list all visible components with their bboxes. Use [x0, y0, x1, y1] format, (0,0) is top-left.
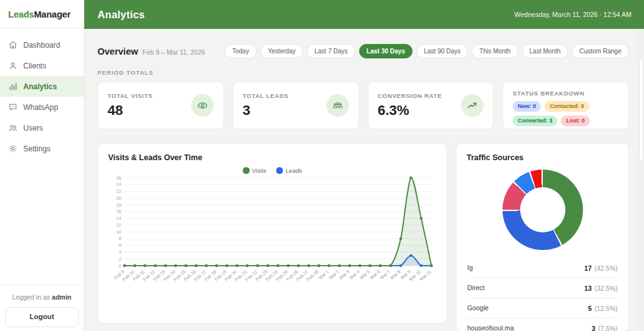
svg-text:Feb 28: Feb 28	[306, 269, 320, 283]
traffic-source-row-google: Google 5 (12.5%)	[467, 298, 618, 318]
filter-last-90-days[interactable]: Last 90 Days	[416, 44, 468, 58]
status-breakdown-card: STATUS BREAKDOWN New: 0 Contacted: 0 Con…	[502, 82, 629, 129]
status-badges: New: 0 Contacted: 0 Converted: 3 Lost: 0	[513, 101, 619, 126]
app-logo: LeadsManager	[0, 0, 84, 28]
svg-text:10: 10	[116, 229, 121, 235]
sidebar-item-label: Dashboard	[23, 41, 60, 50]
source-name: houseofsoul.ma	[467, 324, 514, 331]
legend-item-leads: Leads	[276, 167, 302, 174]
logout-button[interactable]: Logout	[5, 307, 79, 327]
svg-text:Mar 6: Mar 6	[369, 269, 381, 281]
svg-text:18: 18	[116, 202, 121, 208]
logo-text-secondary: Manager	[34, 9, 70, 19]
svg-text:26: 26	[116, 175, 121, 181]
chart-legend: Visits Leads	[108, 167, 436, 174]
svg-text:Mar 2: Mar 2	[328, 269, 340, 281]
svg-text:12: 12	[116, 222, 121, 228]
traffic-sources-card: Traffic Sources Ig 17 (42.5%) Direct 13 …	[456, 143, 629, 331]
sidebar-item-users[interactable]: Users	[0, 117, 84, 138]
legend-label-leads: Leads	[286, 167, 302, 174]
scrollbar-track[interactable]	[638, 29, 644, 331]
period-totals-label: PERIOD TOTALS	[97, 69, 629, 76]
filter-last-7-days[interactable]: Last 7 Days	[307, 44, 355, 58]
page-title: Analytics	[97, 9, 145, 21]
svg-text:8: 8	[119, 236, 121, 241]
chat-icon	[8, 102, 18, 112]
app-window: LeadsManager Dashboard Clients Analytics…	[0, 0, 644, 331]
donut-chart-title: Traffic Sources	[467, 153, 618, 162]
svg-text:22: 22	[116, 188, 121, 194]
main-area: Analytics Wednesday, March 11, 2026 · 12…	[84, 0, 644, 331]
total-visits-card: TOTAL VISITS 48	[97, 82, 224, 129]
gear-icon	[8, 144, 18, 153]
filter-yesterday[interactable]: Yesterday	[260, 44, 303, 58]
filter-last-30-days[interactable]: Last 30 Days	[359, 44, 413, 58]
svg-text:Mar 8: Mar 8	[389, 269, 402, 281]
source-value: 17	[584, 264, 592, 272]
sidebar-item-clients[interactable]: Clients	[0, 55, 84, 76]
sidebar-footer: Logged in as admin Logout	[0, 285, 84, 331]
svg-text:6: 6	[119, 242, 121, 248]
svg-text:Mar 7: Mar 7	[379, 269, 392, 281]
source-pct: (32.5%)	[594, 285, 618, 292]
sidebar-item-label: Users	[23, 124, 43, 133]
total-visits-label: TOTAL VISITS	[108, 92, 153, 99]
traffic-sources-list: Ig 17 (42.5%) Direct 13 (32.5%) Google 5…	[467, 258, 618, 331]
filter-last-month[interactable]: Last Month	[522, 44, 568, 58]
users-icon	[8, 123, 18, 133]
sidebar-item-analytics[interactable]: Analytics	[0, 76, 84, 97]
logo-text-primary: Leads	[8, 9, 34, 19]
source-value: 13	[584, 285, 592, 292]
scrollbar-thumb[interactable]	[639, 59, 643, 161]
svg-text:0: 0	[119, 263, 121, 269]
status-breakdown-label: STATUS BREAKDOWN	[513, 90, 619, 97]
svg-text:Mar 5: Mar 5	[358, 269, 371, 281]
logged-in-text: Logged in as admin	[5, 293, 79, 301]
source-name: Ig	[467, 264, 473, 271]
sidebar-item-whatsapp[interactable]: WhatsApp	[0, 97, 84, 117]
sidebar-item-label: Analytics	[23, 82, 57, 91]
svg-text:14: 14	[116, 215, 121, 221]
sidebar: LeadsManager Dashboard Clients Analytics…	[0, 0, 84, 331]
total-leads-label: TOTAL LEADS	[243, 92, 289, 99]
svg-text:Mar 4: Mar 4	[348, 269, 361, 281]
logged-in-prefix: Logged in as	[13, 293, 50, 301]
overview-title: Overview	[97, 46, 138, 57]
svg-text:16: 16	[116, 209, 121, 214]
source-pct: (12.5%)	[594, 305, 618, 312]
sidebar-item-label: WhatsApp	[23, 103, 58, 112]
traffic-source-row-ig: Ig 17 (42.5%)	[467, 258, 618, 278]
overview-row: Overview Feb 9 – Mar 11, 2026 Today Yest…	[97, 44, 629, 58]
source-name: Direct	[467, 284, 484, 291]
total-visits-value: 48	[108, 102, 153, 119]
source-pct: (7.5%)	[598, 325, 618, 331]
bar-chart-icon	[8, 82, 18, 91]
svg-text:4: 4	[119, 249, 121, 255]
donut-hole	[520, 187, 565, 232]
traffic-source-row-direct: Direct 13 (32.5%)	[467, 278, 618, 298]
sidebar-item-label: Clients	[23, 62, 47, 70]
person-icon	[8, 61, 18, 70]
conversion-rate-card: CONVERSION RATE 6.3%	[368, 82, 494, 129]
svg-text:Mar 3: Mar 3	[338, 269, 351, 281]
logged-in-username: admin	[52, 293, 72, 301]
visits-legend-dot	[243, 167, 250, 174]
svg-text:2: 2	[119, 256, 121, 262]
svg-text:Mar 11: Mar 11	[418, 269, 432, 282]
filter-custom-range[interactable]: Custom Range	[572, 44, 629, 58]
sidebar-item-settings[interactable]: Settings	[0, 138, 84, 159]
leads-legend-dot	[276, 167, 283, 174]
filter-this-month[interactable]: This Month	[472, 44, 518, 58]
svg-text:24: 24	[116, 182, 121, 187]
content-area: Overview Feb 9 – Mar 11, 2026 Today Yest…	[84, 29, 644, 331]
sidebar-item-dashboard[interactable]: Dashboard	[0, 35, 84, 55]
svg-text:Mar 1: Mar 1	[318, 269, 330, 281]
svg-text:20: 20	[116, 195, 121, 201]
visits-leads-line-chart: 02468101214161820222426Feb 9Feb 10Feb 11…	[108, 174, 438, 301]
status-badge-lost: Lost: 0	[561, 116, 590, 126]
source-name: Google	[467, 304, 489, 312]
total-leads-card: TOTAL LEADS 3	[233, 82, 359, 129]
filter-today[interactable]: Today	[225, 44, 257, 58]
conversion-rate-value: 6.3%	[378, 102, 442, 119]
status-badge-new: New: 0	[513, 101, 541, 112]
